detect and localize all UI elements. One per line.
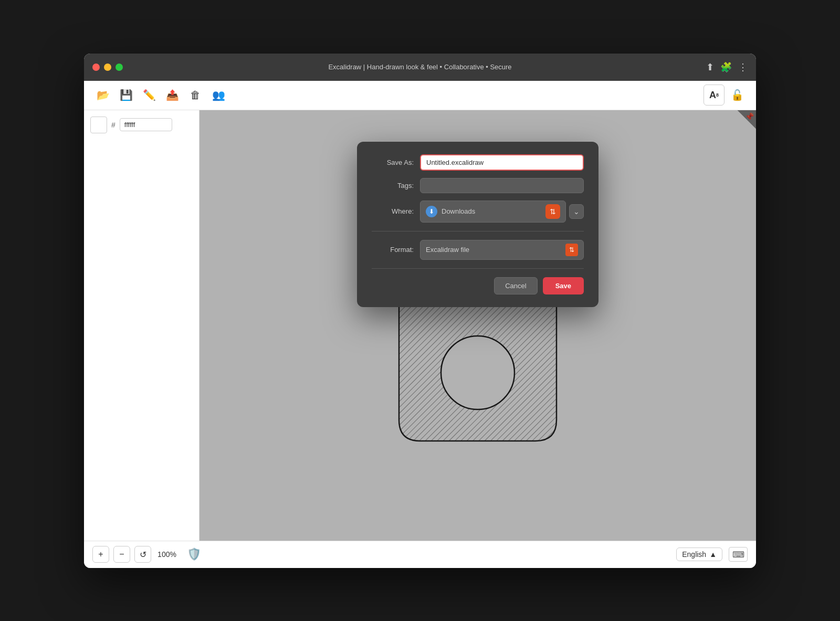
modal-divider bbox=[372, 231, 584, 231]
close-button[interactable] bbox=[92, 64, 100, 71]
where-row: Where: ⬇ Downloads ⇅ ⌄ bbox=[372, 201, 584, 223]
edit-button[interactable]: ✏️ bbox=[139, 85, 160, 106]
zoom-level: 100% bbox=[155, 550, 178, 559]
format-select[interactable]: Excalidraw file ⇅ bbox=[420, 240, 584, 260]
tags-input[interactable] bbox=[420, 178, 584, 193]
tags-label: Tags: bbox=[372, 182, 414, 190]
minimize-button[interactable] bbox=[104, 64, 111, 71]
save-dialog: Save As: Tags: Where: bbox=[357, 142, 598, 307]
folder-icon: ⬇ bbox=[426, 206, 437, 217]
share-button[interactable]: 👥 bbox=[208, 85, 229, 106]
save-button-modal[interactable]: Save bbox=[543, 277, 584, 294]
more-icon[interactable]: ⋮ bbox=[738, 61, 748, 73]
where-label: Where: bbox=[372, 207, 414, 215]
language-selector[interactable]: English ▲ bbox=[676, 548, 722, 561]
where-select-inner: ⬇ Downloads bbox=[426, 206, 475, 217]
language-label: English bbox=[682, 550, 706, 559]
modal-divider-2 bbox=[372, 268, 584, 269]
hash-symbol: # bbox=[111, 121, 116, 129]
format-arrows[interactable]: ⇅ bbox=[565, 244, 578, 256]
window-title: Excalidraw | Hand-drawn look & feel • Co… bbox=[328, 63, 511, 71]
main-window: Excalidraw | Hand-drawn look & feel • Co… bbox=[84, 54, 756, 568]
share-icon[interactable]: ⬆ bbox=[706, 61, 714, 73]
language-chevron: ▲ bbox=[709, 550, 717, 559]
zoom-out-button[interactable]: − bbox=[113, 546, 130, 563]
where-select[interactable]: ⬇ Downloads ⇅ bbox=[420, 201, 566, 223]
save-as-row: Save As: bbox=[372, 154, 584, 171]
modal-actions: Cancel Save bbox=[372, 277, 584, 294]
toolbar: 📂 💾 ✏️ 📤 🗑 👥 A8 🔓 bbox=[84, 81, 756, 110]
delete-button[interactable]: 🗑 bbox=[185, 85, 206, 106]
where-chevron[interactable]: ⌄ bbox=[569, 204, 584, 219]
lock-button[interactable]: 🔓 bbox=[727, 85, 748, 106]
color-row: # bbox=[90, 117, 193, 133]
keyboard-icon[interactable]: ⌨ bbox=[729, 547, 748, 562]
left-panel: # bbox=[84, 110, 200, 541]
where-value: Downloads bbox=[442, 207, 475, 215]
format-row: Format: Excalidraw file ⇅ bbox=[372, 240, 584, 260]
where-arrows[interactable]: ⇅ bbox=[545, 204, 560, 219]
cancel-button[interactable]: Cancel bbox=[494, 277, 537, 294]
save-as-label: Save As: bbox=[372, 159, 414, 166]
zoom-controls: + − ↺ 100% 🛡️ bbox=[92, 546, 201, 563]
format-value: Excalidraw file bbox=[426, 246, 469, 254]
zoom-reset-button[interactable]: ↺ bbox=[134, 546, 151, 563]
extensions-icon[interactable]: 🧩 bbox=[720, 61, 732, 73]
zoom-in-button[interactable]: + bbox=[92, 546, 109, 563]
traffic-lights bbox=[92, 64, 123, 71]
status-bar: + − ↺ 100% 🛡️ English ▲ ⌨ bbox=[84, 541, 756, 568]
open-button[interactable]: 📂 bbox=[92, 85, 113, 106]
maximize-button[interactable] bbox=[116, 64, 123, 71]
text-font-button[interactable]: A8 bbox=[704, 85, 724, 106]
color-swatch[interactable] bbox=[90, 117, 107, 133]
main-content: # Flop bbox=[84, 110, 756, 541]
title-bar-actions: ⬆ 🧩 ⋮ bbox=[706, 61, 748, 73]
status-bar-right: English ▲ ⌨ bbox=[676, 547, 748, 562]
save-as-input[interactable] bbox=[420, 154, 584, 171]
color-input[interactable] bbox=[120, 118, 172, 131]
where-container: ⬇ Downloads ⇅ ⌄ bbox=[420, 201, 584, 223]
tags-row: Tags: bbox=[372, 178, 584, 193]
export-button[interactable]: 📤 bbox=[162, 85, 183, 106]
format-label: Format: bbox=[372, 246, 414, 254]
save-button[interactable]: 💾 bbox=[116, 85, 136, 106]
shield-icon: 🛡️ bbox=[187, 548, 201, 561]
modal-overlay: Save As: Tags: Where: bbox=[200, 110, 756, 541]
title-bar: Excalidraw | Hand-drawn look & feel • Co… bbox=[84, 54, 756, 81]
canvas-area: Floppy Save As: Tags: bbox=[200, 110, 756, 541]
